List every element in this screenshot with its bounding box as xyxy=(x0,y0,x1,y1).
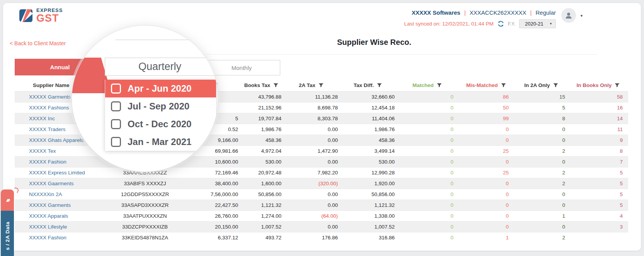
cell-supplier[interactable]: XXXXX Garments xyxy=(15,200,112,210)
cell-books_tax: 530.00 xyxy=(240,157,283,167)
table-row[interactable]: XXXXX Fashion33KEIDS4878N1ZA6,337.12493.… xyxy=(15,232,628,240)
cell-matched: 0 xyxy=(396,189,458,200)
table-row[interactable]: XXXXX Express Limited33AAACBXXXXZZ72,169… xyxy=(15,167,628,178)
quarter-option[interactable]: Jul - Sep 2020 xyxy=(105,97,216,115)
cell-tax_2a: 7,982.20 xyxy=(283,167,339,178)
filter-icon[interactable] xyxy=(319,83,324,88)
cell-tax_diff: 1,121.32 xyxy=(339,200,396,210)
cell-books_tax: 20,972.48 xyxy=(240,167,283,178)
cell-in_books_only: 4 xyxy=(568,211,628,221)
filter-icon[interactable] xyxy=(615,83,620,88)
cell-taxable: 20,150.00 xyxy=(178,222,240,232)
cell-in_2a_only: 0 xyxy=(514,222,568,232)
table-row[interactable]: XXXXX Garments33ASAPD3XXXXZR22,427.501,1… xyxy=(15,200,628,211)
column-label: Matched xyxy=(412,82,434,88)
quarter-option[interactable]: Oct - Dec 2020 xyxy=(105,115,216,133)
cell-in_books_only: 11 xyxy=(568,124,628,135)
cell-tax_2a: 1,472.90 xyxy=(283,146,339,156)
cell-mismatched: 0 xyxy=(458,189,514,200)
cell-supplier[interactable]: XXXXX Lifestyle xyxy=(15,222,112,232)
checkbox[interactable] xyxy=(111,84,121,94)
cell-supplier[interactable]: XXXXX Express Limited xyxy=(15,167,112,178)
table-row[interactable]: NXXXXXin 2A12GDDPS5XXXXZR7,56,000.0050,8… xyxy=(15,189,628,200)
table-row[interactable]: XXXXX Gaarments33ABIFS XXXXZJ38,400.001,… xyxy=(15,178,628,189)
cell-tax_diff: 1,338.00 xyxy=(339,211,396,221)
cell-taxable: 26,760.00 xyxy=(178,211,240,221)
checkbox[interactable] xyxy=(111,137,121,147)
cell-tax_diff: 50,856.00 xyxy=(339,189,396,200)
cell-matched: 0 xyxy=(396,113,458,124)
refresh-icon[interactable] xyxy=(497,20,504,27)
cell-in_books_only: 5 xyxy=(568,200,628,210)
avatar-caret-icon[interactable]: ▼ xyxy=(580,14,583,18)
quarter-option[interactable]: Apr - Jun 2020 xyxy=(105,80,216,97)
filter-icon[interactable] xyxy=(501,83,506,88)
cell-gstin: 12GDDPS5XXXXZR xyxy=(112,189,178,200)
quarter-option-label: Jul - Sep 2020 xyxy=(128,101,189,112)
cell-matched: 0 xyxy=(396,222,458,232)
cell-supplier[interactable]: NXXXXXin 2A xyxy=(15,189,112,200)
account-info: XXXXX Softwares | XXXACCK262XXXXX | Regu… xyxy=(412,9,556,16)
cell-tax_diff: 12,990.28 xyxy=(339,167,396,178)
cell-books_tax: 1,121.32 xyxy=(240,200,283,210)
logo-icon xyxy=(19,8,33,23)
filter-icon[interactable] xyxy=(553,83,558,88)
cell-in_2a_only: 0 xyxy=(514,124,568,135)
account-name: XXXXX Softwares xyxy=(412,9,460,16)
tab-quarterly[interactable]: Quarterly xyxy=(105,58,215,76)
separator: | xyxy=(464,9,466,16)
side-tab-label: s / 2A Data xyxy=(5,222,10,250)
filter-icon[interactable] xyxy=(377,83,382,88)
table-row[interactable]: XXXXX Apparals33AATPUXXXXZN26,760.001,27… xyxy=(15,211,628,222)
cell-in_books_only: 8 xyxy=(568,146,628,156)
cell-matched: 0 xyxy=(396,124,458,135)
cell-tax_diff: 1,920.00 xyxy=(339,178,396,189)
divider xyxy=(204,54,597,55)
column-header-mismatched: Mis-Matched xyxy=(458,79,514,91)
person-icon xyxy=(565,12,572,19)
table-row[interactable]: XXXXX Lifestyle33DZCPPXXXXIZB20,150.001,… xyxy=(15,222,628,232)
magnifier-circle: Quarterly Apr - Jun 2020Jul - Sep 2020Oc… xyxy=(72,25,218,172)
chevron-down-icon: ▼ xyxy=(549,22,552,26)
column-header-in_books_only: In Books Only xyxy=(568,79,628,91)
cell-in_2a_only: 0 xyxy=(514,157,568,167)
cell-supplier[interactable]: XXXXX Apparals xyxy=(15,211,112,221)
cell-taxable: 7,56,000.00 xyxy=(178,189,240,200)
side-tab-cap[interactable] xyxy=(1,189,14,211)
cell-matched: 0 xyxy=(396,200,458,210)
cell-in_books_only: 14 xyxy=(568,113,628,124)
cell-books_tax: 4,972.04 xyxy=(240,146,283,156)
tab-monthly[interactable]: Monthly xyxy=(203,60,280,75)
cell-in_2a_only: 15 xyxy=(514,92,568,102)
cell-tax_2a: 176.86 xyxy=(283,232,339,240)
cell-mismatched: 1 xyxy=(458,232,514,240)
cell-supplier[interactable]: XXXXX Fashion xyxy=(15,232,112,240)
filter-icon[interactable] xyxy=(273,83,278,88)
column-header-tax_diff: Tax Diff. xyxy=(339,79,396,91)
back-to-client-master-link[interactable]: < Back to Client Master xyxy=(10,40,66,46)
column-label: Books Tax xyxy=(244,82,270,88)
cell-mismatched: 0 xyxy=(458,124,514,135)
cell-in_2a_only: 2 xyxy=(514,167,568,178)
cell-tax_2a: 8,303.78 xyxy=(283,113,339,124)
cell-supplier[interactable]: XXXXX Gaarments xyxy=(15,178,112,189)
filter-icon[interactable] xyxy=(437,83,442,88)
column-label: In 2A Only xyxy=(524,82,550,88)
side-tab-body[interactable]: s / 2A Data xyxy=(1,211,14,256)
cell-supplier[interactable]: XXXXX Fashion xyxy=(15,157,112,167)
cell-in_2a_only: 2 xyxy=(514,146,568,156)
cell-in_books_only: 16 xyxy=(568,102,628,113)
fy-select[interactable]: 2020-21 ▼ xyxy=(519,19,556,28)
books-2a-data-side-tab[interactable]: s / 2A Data xyxy=(1,189,14,256)
top-bar: EXPRESS GST XXXXX Softwares | XXXACCK262… xyxy=(3,3,641,29)
logo-text-gst: GST xyxy=(36,13,63,23)
cell-matched: 0 xyxy=(396,211,458,221)
cell-mismatched: 0 xyxy=(458,135,514,145)
user-avatar[interactable] xyxy=(561,8,576,23)
cell-tax_diff: 1,007.52 xyxy=(339,222,396,232)
cell-matched: 0 xyxy=(396,232,458,240)
cell-matched: 0 xyxy=(396,102,458,113)
cell-gstin: 33ABIFS XXXXZJ xyxy=(112,178,178,189)
checkbox[interactable] xyxy=(111,101,121,111)
checkbox[interactable] xyxy=(111,119,121,129)
